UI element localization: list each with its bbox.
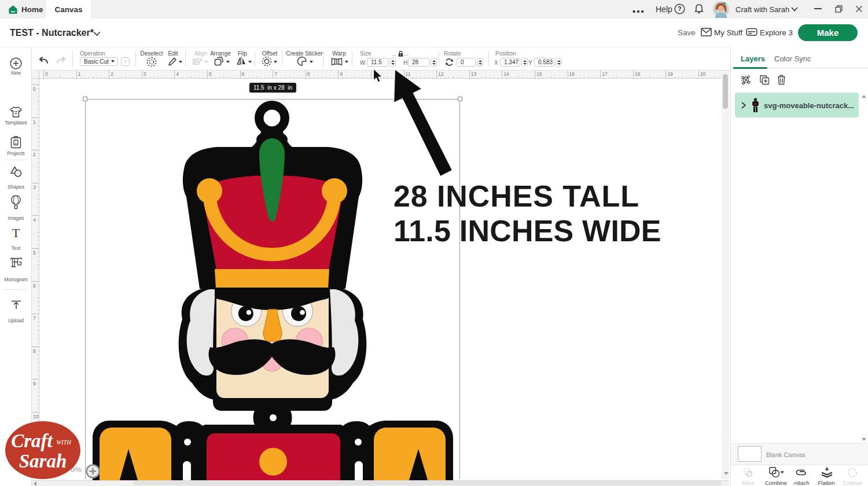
svg-text:Sarah: Sarah — [19, 451, 67, 472]
svg-text:?: ? — [678, 5, 681, 12]
svg-text:Craft: Craft — [11, 430, 53, 451]
svg-text:WITH: WITH — [56, 439, 72, 446]
